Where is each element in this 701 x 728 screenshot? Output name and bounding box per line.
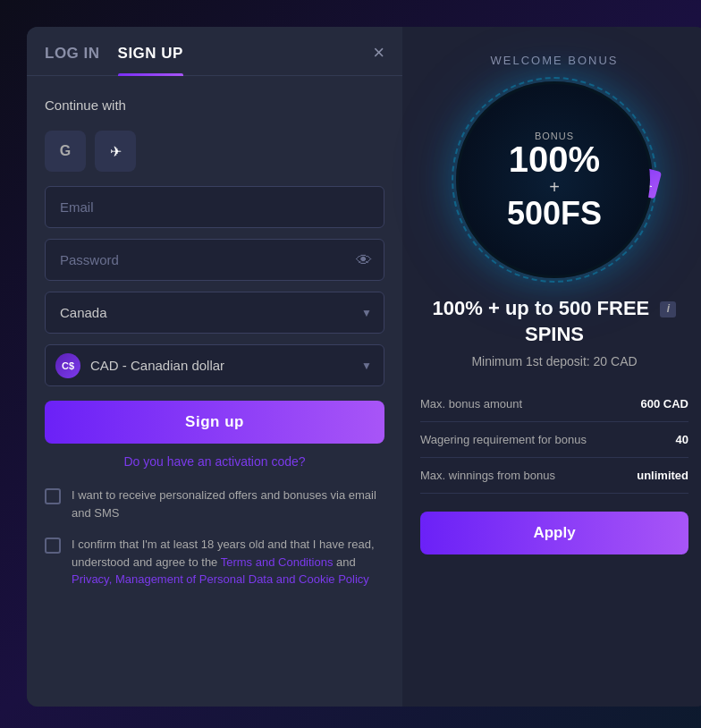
password-wrapper: 👁 (45, 239, 384, 281)
password-input[interactable] (45, 239, 384, 281)
stat-label-wagering: Wagering requirement for bonus (420, 433, 587, 446)
stat-label-max-winnings: Max. winnings from bonus (420, 469, 555, 482)
email-input[interactable] (45, 186, 384, 228)
confirm-checkbox[interactable] (45, 538, 61, 554)
auth-modal: LOG IN SIGN UP × Continue with G ✈ (27, 27, 701, 707)
confirm-checkbox-item: I confirm that I'm at least 18 years old… (45, 536, 384, 588)
auth-tabs: LOG IN SIGN UP × (27, 27, 402, 76)
bonus-fs-value: 500FS (507, 198, 602, 230)
welcome-bonus-title: WELCOME BONUS (490, 54, 618, 67)
stat-value-max-winnings: unlimited (637, 469, 688, 482)
currency-select[interactable]: CAD - Canadian dollar (45, 344, 384, 386)
tab-login[interactable]: LOG IN (45, 45, 100, 75)
close-button[interactable]: × (373, 43, 384, 63)
currency-wrapper: C$ CAD - Canadian dollar ▼ (45, 344, 384, 386)
google-login-button[interactable]: G (45, 131, 86, 172)
modal-right-panel: WELCOME BONUS BONUS 100% + 500FS FIRST D… (402, 27, 701, 707)
offers-checkbox-label: I want to receive personalized offers an… (72, 487, 384, 521)
info-icon[interactable]: i (660, 301, 676, 317)
telegram-icon: ✈ (110, 143, 122, 160)
google-icon: G (60, 143, 71, 159)
form-fields: 👁 Canada ▼ C$ CAD - Canadian dollar ▼ (45, 186, 384, 386)
bonus-circle-graphic: BONUS 100% + 500FS FIRST DEPOSIT (456, 81, 653, 278)
signup-form-body: Continue with G ✈ 👁 (27, 76, 402, 610)
signup-button[interactable]: Sign up (45, 401, 384, 444)
stat-value-max-bonus: 600 CAD (641, 397, 688, 411)
checkbox-group: I want to receive personalized offers an… (45, 487, 384, 588)
confirm-checkbox-label: I confirm that I'm at least 18 years old… (72, 536, 384, 588)
email-wrapper (45, 186, 384, 228)
modal-left-panel: LOG IN SIGN UP × Continue with G ✈ (27, 27, 402, 707)
bonus-stats-table: Max. bonus amount 600 CAD Wagering requi… (420, 386, 688, 494)
stat-label-max-bonus: Max. bonus amount (420, 397, 522, 411)
bonus-circle-content: BONUS 100% + 500FS (507, 131, 602, 230)
continue-with-label: Continue with (45, 97, 384, 113)
apply-button[interactable]: Apply (420, 512, 688, 554)
tab-signup[interactable]: SIGN UP (118, 45, 183, 75)
terms-link[interactable]: Terms and Conditions (221, 555, 334, 569)
bonus-min-deposit: Minimum 1st deposit: 20 CAD (471, 354, 637, 368)
stat-row-wagering: Wagering requirement for bonus 40 (420, 422, 688, 458)
offers-checkbox-item: I want to receive personalized offers an… (45, 487, 384, 521)
password-toggle-icon[interactable]: 👁 (356, 250, 372, 269)
bonus-headline-text: 100% + up to 500 FREE i SPINS (433, 296, 677, 347)
country-wrapper: Canada ▼ (45, 292, 384, 334)
stat-row-max-bonus: Max. bonus amount 600 CAD (420, 386, 688, 422)
privacy-link[interactable]: Privacy, Management of Personal Data and… (72, 572, 369, 586)
country-select[interactable]: Canada (45, 292, 384, 334)
stat-row-max-winnings: Max. winnings from bonus unlimited (420, 458, 688, 494)
activation-code-link[interactable]: Do you have an activation code? (45, 454, 384, 469)
telegram-login-button[interactable]: ✈ (95, 131, 136, 172)
offers-checkbox[interactable] (45, 488, 61, 504)
bonus-percent-value: 100% (507, 141, 602, 177)
stat-value-wagering: 40 (676, 433, 688, 446)
social-buttons-group: G ✈ (45, 131, 384, 172)
